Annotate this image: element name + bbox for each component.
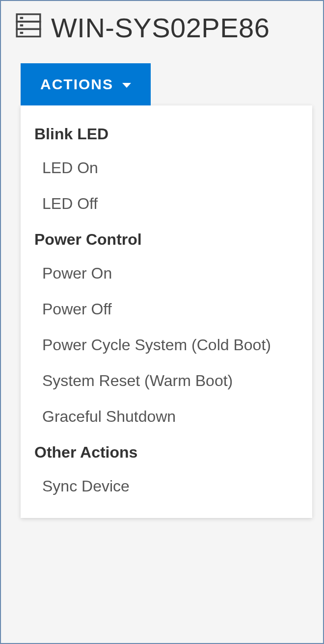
caret-down-icon bbox=[122, 83, 131, 88]
server-icon bbox=[16, 13, 41, 43]
actions-button-label: ACTIONS bbox=[40, 76, 113, 93]
actions-button[interactable]: ACTIONS bbox=[21, 63, 151, 105]
dropdown-item-led-on[interactable]: LED On bbox=[21, 150, 312, 186]
dropdown-item-led-off[interactable]: LED Off bbox=[21, 186, 312, 222]
dropdown-section-header-blink-led: Blink LED bbox=[21, 116, 312, 150]
page-title: WIN-SYS02PE86 bbox=[51, 12, 270, 44]
dropdown-item-power-cycle[interactable]: Power Cycle System (Cold Boot) bbox=[21, 327, 312, 363]
dropdown-item-system-reset[interactable]: System Reset (Warm Boot) bbox=[21, 363, 312, 399]
actions-dropdown: Blink LED LED On LED Off Power Control P… bbox=[21, 105, 312, 518]
dropdown-item-power-off[interactable]: Power Off bbox=[21, 291, 312, 327]
dropdown-item-power-on[interactable]: Power On bbox=[21, 256, 312, 291]
dropdown-item-sync-device[interactable]: Sync Device bbox=[21, 468, 312, 504]
page-header: WIN-SYS02PE86 bbox=[1, 1, 323, 53]
actions-container: ACTIONS Blink LED LED On LED Off Power C… bbox=[1, 53, 323, 518]
dropdown-section-header-other-actions: Other Actions bbox=[21, 435, 312, 468]
dropdown-section-header-power-control: Power Control bbox=[21, 222, 312, 256]
dropdown-item-graceful-shutdown[interactable]: Graceful Shutdown bbox=[21, 399, 312, 435]
